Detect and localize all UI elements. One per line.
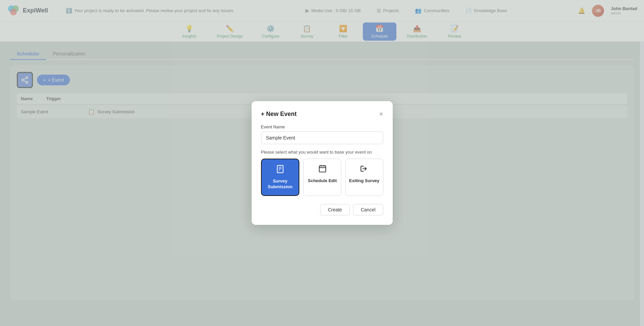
svg-rect-8 xyxy=(277,165,283,173)
survey-submission-icon xyxy=(276,165,285,176)
event-type-schedule-edit[interactable]: Schedule Edit xyxy=(303,159,341,196)
create-button[interactable]: Create xyxy=(320,204,350,215)
event-name-input[interactable] xyxy=(261,131,383,144)
event-type-row: Survey Submission Schedule Edit xyxy=(261,159,383,196)
modal-close-button[interactable]: × xyxy=(379,111,383,117)
svg-rect-12 xyxy=(319,166,326,172)
exiting-survey-label: Exiting Survey xyxy=(349,178,379,184)
selection-label: Please select what you would want to bas… xyxy=(261,150,383,155)
schedule-edit-label: Schedule Edit xyxy=(308,178,337,184)
exiting-survey-icon xyxy=(360,164,369,176)
survey-submission-label: Survey Submission xyxy=(265,178,296,190)
modal-header: + New Event × xyxy=(261,111,383,118)
event-type-survey-submission[interactable]: Survey Submission xyxy=(261,159,300,196)
cancel-button[interactable]: Cancel xyxy=(353,204,383,215)
new-event-modal: + New Event × Event Name Please select w… xyxy=(252,101,393,225)
modal-actions: Create Cancel xyxy=(261,204,383,215)
event-type-exiting-survey[interactable]: Exiting Survey xyxy=(345,159,383,196)
modal-overlay: + New Event × Event Name Please select w… xyxy=(0,0,644,326)
event-name-label: Event Name xyxy=(261,124,383,129)
modal-title: + New Event xyxy=(261,111,297,118)
schedule-edit-icon xyxy=(318,164,327,176)
